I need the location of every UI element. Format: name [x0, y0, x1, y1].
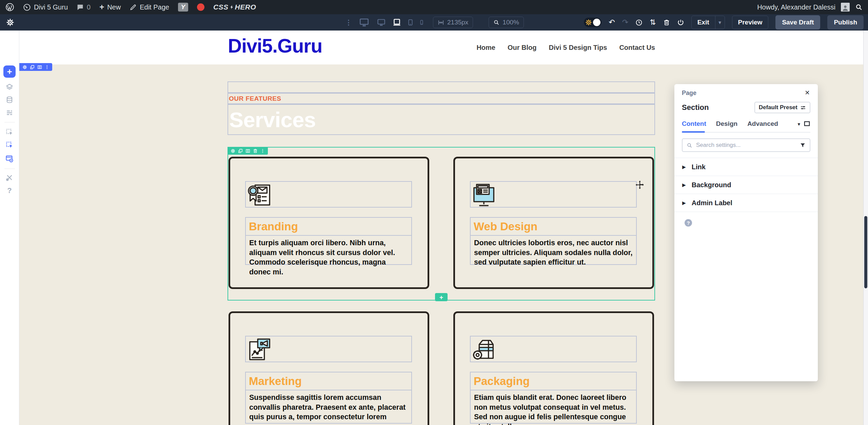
exit-dropdown-caret[interactable]: ▾ [715, 16, 725, 29]
zoom-value[interactable]: 100% [502, 19, 519, 26]
database-icon[interactable] [6, 96, 14, 104]
heading-module[interactable]: Services [228, 104, 655, 135]
canvas-width-value[interactable]: 2135px [447, 19, 468, 26]
width-arrows-icon [438, 19, 444, 26]
blurb-icon-box[interactable] [245, 181, 412, 208]
blurb-card-branding[interactable]: Branding Et turpis aliquam orci libero. … [229, 157, 429, 289]
desktop-large-view-icon[interactable] [358, 18, 371, 27]
row-duplicate-icon[interactable] [238, 149, 243, 153]
select-row-icon[interactable] [6, 141, 14, 149]
section-controls: ⋮ [19, 63, 52, 71]
close-icon[interactable]: × [803, 88, 812, 97]
site-name[interactable]: Divi 5 Guru [34, 3, 68, 11]
row-columns-icon[interactable] [245, 149, 250, 153]
preview-button[interactable]: Preview [732, 16, 768, 29]
accordion-admin-label[interactable]: ▶ Admin Label [674, 194, 818, 212]
builder-settings-gear-icon[interactable] [6, 18, 14, 26]
new-label[interactable]: New [107, 3, 121, 11]
default-preset-button[interactable]: Default Preset [754, 102, 810, 113]
site-menu[interactable]: Divi 5 Guru [23, 3, 68, 11]
section-more-dots-icon[interactable]: ⋮ [45, 65, 49, 69]
tab-advanced[interactable]: Advanced [747, 120, 778, 128]
blurb-body: Etiam quis blandit erat. Donec laoreet l… [471, 390, 636, 425]
laptop-view-icon[interactable] [392, 18, 402, 26]
blurb-icon-box[interactable] [470, 181, 637, 208]
row-more-dots-icon[interactable]: ⋮ [260, 149, 265, 153]
save-draft-button[interactable]: Save Draft [775, 15, 820, 30]
blurb-title-box[interactable]: Packaging [470, 372, 637, 390]
help-icon[interactable]: ? [5, 186, 14, 195]
blurb-card-packaging[interactable]: Packaging Etiam quis blandit erat. Donec… [453, 311, 654, 425]
blurb-card-web-design[interactable]: Web Design Donec ultricies lobortis eros… [453, 157, 654, 289]
select-module-icon[interactable] [6, 128, 14, 136]
blurb-body-box[interactable]: Et turpis aliquam orci libero. Nibh urna… [245, 235, 412, 265]
trash-icon[interactable] [663, 19, 670, 26]
blurb-icon-box[interactable] [245, 336, 412, 362]
panel-help-icon[interactable]: ? [685, 219, 692, 227]
marketing-icon [246, 337, 273, 362]
settings-search-input[interactable] [695, 141, 797, 149]
redo-button[interactable]: ↷ [622, 19, 628, 26]
empty-module-outline[interactable] [228, 81, 655, 93]
drag-handle-icon[interactable]: ⋮ [345, 19, 352, 26]
section-columns-icon[interactable] [37, 65, 42, 70]
scrollbar-thumb[interactable] [864, 216, 867, 288]
css-hero-menu[interactable]: CSS HERO [213, 3, 256, 11]
phone-view-icon[interactable] [419, 19, 424, 26]
blurb-body-box[interactable]: Donec ultricies lobortis eros, nec aucto… [470, 235, 637, 265]
view-mode-caret-icon[interactable]: ▾ [797, 121, 800, 127]
browser-preview-icon[interactable] [5, 155, 14, 163]
divi-builder-bar: ⋮ 2135px 100% ↶ ↷ ⇅ [0, 14, 868, 31]
tablet-view-icon[interactable] [407, 18, 414, 26]
packaging-icon [471, 337, 498, 362]
row-settings-gear-icon[interactable] [231, 149, 235, 153]
edit-page-label[interactable]: Edit Page [140, 3, 169, 11]
section-duplicate-icon[interactable] [30, 65, 35, 70]
blurb-card-marketing[interactable]: Marketing Suspendisse sagittis lorem acc… [229, 311, 429, 425]
builder-mode-toggle[interactable] [584, 18, 601, 27]
tools-wrench-icon[interactable] [6, 174, 14, 181]
tab-design[interactable]: Design [716, 120, 737, 128]
section-settings-gear-icon[interactable] [22, 65, 27, 70]
publish-button[interactable]: Publish [827, 15, 864, 30]
accordion-background[interactable]: ▶ Background [674, 176, 818, 194]
new-menu[interactable]: + New [99, 3, 121, 11]
page-scrollbar[interactable] [863, 31, 868, 425]
desktop-view-icon[interactable] [376, 18, 387, 26]
history-clock-icon[interactable] [635, 19, 643, 26]
zoom-control[interactable]: 100% [489, 17, 524, 28]
panel-breadcrumb[interactable]: Page [682, 90, 696, 96]
sort-layers-button[interactable]: ⇅ [650, 19, 656, 26]
row-trash-icon[interactable] [253, 149, 258, 153]
layout-list-icon[interactable] [6, 109, 14, 117]
accordion-link[interactable]: ▶ Link [674, 158, 818, 176]
add-row-button[interactable]: + [435, 293, 448, 301]
comments-menu[interactable]: 0 [77, 3, 91, 11]
search-icon[interactable] [855, 3, 863, 11]
exit-button[interactable]: Exit [692, 16, 715, 29]
blurb-title-box[interactable]: Web Design [470, 217, 637, 236]
blurb-title: Branding [246, 220, 298, 233]
blurb-title-box[interactable]: Branding [245, 217, 412, 236]
accordion-label: Link [692, 163, 706, 171]
blurb-icon-box[interactable] [470, 336, 637, 362]
eyebrow-module[interactable]: OUR FEATURES [228, 93, 655, 104]
yoast-menu[interactable]: Y [178, 3, 188, 12]
desktop-mode-icon[interactable] [804, 120, 810, 127]
add-element-button[interactable]: + [3, 65, 16, 78]
howdy-text[interactable]: Howdy, Alexander Dalessi [757, 3, 835, 11]
blurb-title-box[interactable]: Marketing [245, 372, 412, 390]
undo-button[interactable]: ↶ [609, 19, 615, 26]
tab-content[interactable]: Content [682, 120, 706, 128]
avatar[interactable] [841, 3, 850, 12]
blurb-body-box[interactable]: Etiam quis blandit erat. Donec laoreet l… [470, 390, 637, 424]
wp-logo-menu[interactable] [5, 3, 14, 12]
blurb-body-box[interactable]: Suspendisse sagittis lorem accumsan conv… [245, 390, 412, 424]
layers-icon[interactable] [6, 83, 14, 91]
plus-icon: + [99, 3, 104, 11]
wordpress-icon[interactable] [5, 3, 14, 12]
power-icon[interactable] [677, 19, 684, 26]
canvas-width-control[interactable]: 2135px [433, 17, 473, 28]
filter-funnel-icon[interactable] [800, 142, 806, 148]
edit-page-menu[interactable]: Edit Page [130, 3, 169, 11]
